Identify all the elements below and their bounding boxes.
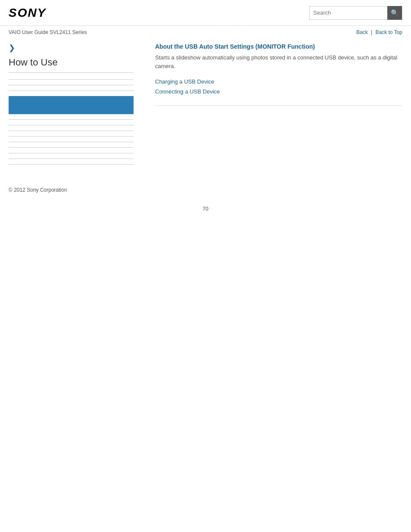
sidebar-divider-2 <box>9 85 134 85</box>
search-input[interactable] <box>310 8 387 18</box>
breadcrumb-nav: Back | Back to Top <box>356 29 402 35</box>
sidebar: ❯ How to Use <box>9 43 142 170</box>
content: About the USB Auto Start Settings (MONIT… <box>142 43 402 170</box>
footer: © 2012 Sony Corporation <box>0 178 411 202</box>
sub-header: VAIO User Guide SVL2411 Series Back | Ba… <box>0 26 411 39</box>
content-section-1: About the USB Auto Start Settings (MONIT… <box>155 43 402 106</box>
content-links: Charging a USB Device Connecting a USB D… <box>155 77 402 97</box>
sony-logo: SONY <box>9 6 46 20</box>
back-link[interactable]: Back <box>356 29 368 35</box>
main-layout: ❯ How to Use About the USB Auto Start Se… <box>0 39 411 178</box>
search-button[interactable]: 🔍 <box>387 6 402 20</box>
back-to-top-link[interactable]: Back to Top <box>376 29 402 35</box>
content-title-1[interactable]: About the USB Auto Start Settings (MONIT… <box>155 43 402 50</box>
sidebar-divider-4 <box>9 119 134 120</box>
search-box: 🔍 <box>309 6 402 20</box>
header: SONY 🔍 <box>0 0 411 26</box>
copyright-text: © 2012 Sony Corporation <box>9 187 67 193</box>
guide-title: VAIO User Guide SVL2411 Series <box>9 29 87 35</box>
sidebar-divider-8 <box>9 142 134 142</box>
sidebar-arrow[interactable]: ❯ <box>9 43 134 53</box>
sidebar-divider-9 <box>9 147 134 148</box>
separator: | <box>371 29 372 35</box>
sidebar-active-block[interactable] <box>9 96 134 114</box>
sidebar-divider-11 <box>9 159 134 159</box>
sidebar-divider-1 <box>9 79 134 80</box>
sidebar-divider-7 <box>9 136 134 137</box>
content-link-charging[interactable]: Charging a USB Device <box>155 77 402 87</box>
sidebar-divider-6 <box>9 131 134 131</box>
content-link-connecting[interactable]: Connecting a USB Device <box>155 87 402 96</box>
content-description-1: Starts a slideshow automatically using p… <box>155 53 402 70</box>
sidebar-divider-3 <box>9 90 134 91</box>
sidebar-title: How to Use <box>9 57 134 73</box>
search-icon: 🔍 <box>391 9 399 17</box>
sidebar-divider-10 <box>9 153 134 153</box>
page-number: 70 <box>0 202 411 216</box>
sidebar-divider-12 <box>9 164 134 165</box>
sidebar-divider-5 <box>9 125 134 125</box>
